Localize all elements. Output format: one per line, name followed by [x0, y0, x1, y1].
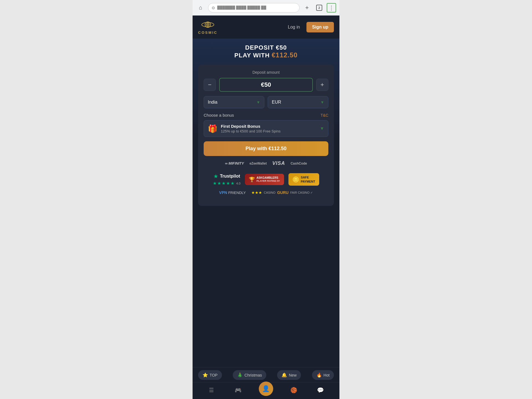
top-icon: ⭐ — [203, 372, 208, 378]
askgamblers-text: ASKGAMBLERS PLAYER RATING 9+ — [257, 176, 280, 183]
casino-guru-badge: ★★★ CASINO GURU FAIR CASINO ✓ — [251, 190, 313, 195]
bonus-section: Choose a bonus T&C 🎁 First Deposit Bonus… — [204, 113, 328, 137]
address-icon: ⊙ — [212, 6, 215, 10]
trustpilot-badge: ★ Trustpilot ★★★★★ 4.0 — [213, 173, 240, 186]
visa-logo: VISA — [272, 160, 285, 166]
choose-bonus-label: Choose a bonus — [204, 113, 234, 117]
bonus-gift-icon: 🎁 — [208, 124, 218, 133]
askgamblers-line2: PLAYER RATING 9+ — [257, 180, 280, 183]
vpn-text: VPN — [219, 190, 227, 195]
tab-christmas[interactable]: 🎄 Christmas — [233, 370, 266, 380]
trustpilot-name: Trustpilot — [220, 174, 240, 179]
casino-guru-fair-text: FAIR CASINO ✓ — [290, 191, 313, 195]
new-tab-button[interactable]: + — [302, 3, 312, 12]
new-bell-icon: 🔔 — [282, 372, 287, 378]
bottom-action-bar: ☰ 🎮 👤 🏀 💬 — [193, 382, 339, 399]
tnc-link[interactable]: T&C — [321, 113, 328, 117]
deposit-title-amount: €112.50 — [272, 51, 298, 59]
trustpilot-score: 4.0 — [236, 182, 240, 185]
bonus-desc: 125% up to €500 and 100 Free Spins — [221, 129, 316, 133]
country-value: India — [208, 100, 218, 105]
deposit-title-line2: PLAY WITH €112.50 — [198, 51, 334, 59]
casino-guru-label: GURU — [277, 190, 288, 195]
tab-hot-label: Hot — [324, 373, 330, 377]
bonus-info: First Deposit Bonus 125% up to €500 and … — [221, 124, 316, 133]
tab-christmas-label: Christmas — [244, 373, 262, 377]
selects-row: India ▼ EUR ▼ — [204, 96, 328, 108]
browser-chrome: ⌂ ⊙ ███████ ████ █████ ██ + 2 ⋮ — [193, 0, 339, 16]
vpn-friendly-text: FRIENDLY — [228, 191, 246, 195]
browser-menu-button[interactable]: ⋮ — [327, 3, 336, 12]
cosmic-logo-icon — [201, 19, 215, 30]
hot-fire-icon: 🔥 — [316, 372, 322, 378]
payment-logos: ∞ MIFINITY eZeeWallet VISA CashCode — [204, 160, 328, 166]
address-text: ███████ ████ █████ ██ — [217, 6, 296, 10]
trust-badges-row2: VPN FRIENDLY ★★★ CASINO GURU FAIR CASINO… — [204, 190, 328, 195]
country-select[interactable]: India ▼ — [204, 96, 264, 108]
currency-select-arrow: ▼ — [320, 100, 324, 104]
decrease-amount-button[interactable]: − — [204, 79, 216, 91]
safe-line2: PAYMENT — [301, 180, 315, 183]
deposit-header: DEPOSIT €50 PLAY WITH €112.50 — [198, 44, 334, 59]
deposit-amount-label: Deposit amount — [204, 70, 328, 75]
safe-payment-text: SAFE PAYMENT — [301, 175, 315, 183]
tab-new-label: New — [289, 373, 296, 377]
logo-area: COSMIC — [198, 19, 218, 35]
casino-app: COSMIC Log in Sign up DEPOSIT €50 PLAY W… — [193, 16, 339, 399]
mifinity-logo: ∞ MIFINITY — [225, 161, 244, 165]
chat-button[interactable]: 💬 — [314, 384, 327, 396]
menu-button[interactable]: ☰ — [205, 384, 218, 396]
deposit-amount-input[interactable] — [219, 78, 313, 92]
askgamblers-line1: ASKGAMBLERS — [257, 176, 280, 180]
svg-point-2 — [206, 23, 210, 27]
safe-payment-coin-icon: 🪙 — [292, 176, 299, 183]
bonus-header-row: Choose a bonus T&C — [204, 113, 328, 117]
sports-button[interactable]: 🏀 — [288, 384, 300, 396]
logo-text: COSMIC — [198, 30, 218, 35]
tab-hot[interactable]: 🔥 Hot — [312, 370, 334, 380]
header-buttons: Log in Sign up — [284, 22, 334, 32]
games-button[interactable]: 🎮 — [232, 384, 244, 396]
currency-select[interactable]: EUR ▼ — [268, 96, 328, 108]
cashcode-logo: CashCode — [291, 162, 307, 165]
profile-button[interactable]: 👤 — [259, 382, 273, 396]
bonus-name: First Deposit Bonus — [221, 124, 316, 129]
tab-top-label: TOP — [210, 373, 218, 377]
increase-amount-button[interactable]: + — [316, 79, 328, 91]
deposit-title-line1: DEPOSIT €50 — [198, 44, 334, 51]
trust-badges: ★ Trustpilot ★★★★★ 4.0 🏆 ASKGAMBLERS PLA… — [204, 173, 328, 186]
tab-switcher-button[interactable]: 2 — [314, 3, 324, 12]
tab-top[interactable]: ⭐ TOP — [198, 370, 222, 380]
bottom-nav: ⭐ TOP 🎄 Christmas 🔔 New 🔥 Hot — [193, 367, 339, 382]
safe-payment-badge: 🪙 SAFE PAYMENT — [288, 173, 319, 186]
currency-value: EUR — [272, 100, 281, 105]
signup-button[interactable]: Sign up — [306, 22, 334, 32]
play-with-text: PLAY WITH — [234, 52, 272, 59]
safe-line1: SAFE — [301, 175, 315, 179]
askgamblers-trophy-icon: 🏆 — [249, 177, 255, 183]
login-button[interactable]: Log in — [284, 22, 304, 32]
play-button[interactable]: Play with €112.50 — [204, 141, 328, 156]
amount-row: − + — [204, 78, 328, 92]
browser-home-button[interactable]: ⌂ — [196, 3, 205, 12]
vpn-badge: VPN FRIENDLY — [219, 190, 246, 195]
trustpilot-stars: ★★★★★ — [213, 181, 235, 186]
country-select-arrow: ▼ — [256, 100, 260, 104]
bonus-chevron-icon: ▼ — [320, 126, 324, 131]
app-header: COSMIC Log in Sign up — [193, 16, 339, 39]
tab-new[interactable]: 🔔 New — [277, 370, 301, 380]
trustpilot-star-icon: ★ — [213, 173, 218, 180]
ezee-wallet-logo: eZeeWallet — [249, 162, 267, 165]
deposit-section: Deposit amount − + India ▼ EUR ▼ — [198, 65, 334, 206]
address-bar[interactable]: ⊙ ███████ ████ █████ ██ — [208, 3, 300, 12]
christmas-icon: 🎄 — [237, 372, 243, 378]
main-content: DEPOSIT €50 PLAY WITH €112.50 Deposit am… — [193, 39, 339, 367]
casino-guru-text: CASINO — [264, 191, 275, 194]
askgamblers-badge: 🏆 ASKGAMBLERS PLAYER RATING 9+ — [245, 174, 284, 185]
bottom-tabs: ⭐ TOP 🎄 Christmas 🔔 New 🔥 Hot — [193, 370, 339, 380]
bonus-card[interactable]: 🎁 First Deposit Bonus 125% up to €500 an… — [204, 120, 328, 137]
casino-guru-stars-icon: ★★★ — [251, 190, 262, 195]
tab-count: 2 — [316, 5, 322, 11]
